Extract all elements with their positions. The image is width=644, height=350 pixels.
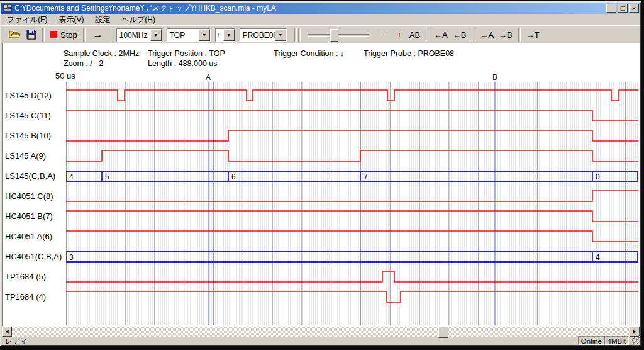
bus-value: 6 (231, 172, 236, 181)
sample-clock-label: Sample Clock : 2MHz (64, 49, 139, 58)
slider-thumb[interactable] (330, 29, 338, 42)
marker-label-A[interactable]: A (206, 73, 211, 82)
channel-trace (66, 291, 638, 302)
channel-trace (66, 110, 638, 121)
stop-icon (50, 31, 57, 38)
maximize-button[interactable]: □ (618, 4, 628, 13)
trigger-edge-value: ↑ (216, 29, 223, 41)
trigger-position-label: Trigger Position : TOP (148, 49, 225, 58)
trigger-position-combo[interactable]: TOP ▼ (167, 28, 211, 42)
toolbar-separator (472, 28, 474, 42)
channel-trace (66, 191, 638, 201)
chevron-down-icon[interactable]: ▼ (150, 29, 162, 41)
zoom-in-button[interactable]: + (392, 27, 407, 42)
bus-value: 3 (69, 253, 74, 262)
open-folder-icon (9, 30, 21, 40)
memory-status-badge: 4MBit (604, 336, 629, 345)
bus-value: 5 (105, 172, 109, 181)
save-button[interactable] (24, 27, 39, 42)
marker-label-B[interactable]: B (492, 73, 497, 82)
zoom-out-button[interactable]: − (377, 27, 392, 42)
sample-rate-value: 100MHz (117, 29, 150, 41)
sample-rate-combo[interactable]: 100MHz ▼ (116, 28, 162, 42)
toolbar-separator (426, 28, 428, 42)
minimize-button[interactable]: _ (606, 4, 616, 13)
bus-value: 4 (596, 253, 600, 262)
goto-marker-b-button[interactable]: ←B (450, 27, 469, 42)
channel-trace (66, 231, 638, 242)
run-button[interactable]: → (89, 27, 108, 42)
resize-grip[interactable] (632, 336, 640, 344)
zoom-slider[interactable] (308, 28, 369, 42)
bus-value: 0 (596, 172, 600, 181)
online-status-badge: Online (578, 336, 605, 345)
chevron-down-icon[interactable]: ▼ (199, 29, 210, 41)
channel-label: HC4051 A(6) (5, 232, 65, 242)
trigger-edge-combo[interactable]: ↑ ▼ (215, 28, 235, 42)
toolbar-separator (111, 28, 113, 42)
horizontal-scrollbar[interactable]: ◀ ▶ (2, 327, 640, 337)
window-title: C:¥Documents and Settings¥noname¥デスクトップ¥… (14, 3, 604, 14)
menu-settings[interactable]: 設定 (89, 13, 116, 26)
zoom-ab-button[interactable]: AB (407, 27, 423, 42)
app-icon (3, 4, 12, 13)
scroll-right-button[interactable]: ▶ (630, 327, 640, 337)
menu-view[interactable]: 表示(V) (53, 13, 89, 26)
bus-value: 7 (364, 172, 368, 181)
timebase-label: 50 us (55, 71, 75, 81)
floppy-icon (26, 30, 36, 40)
waveform-plot[interactable]: 4567034 (66, 82, 638, 325)
toolbar-separator (83, 28, 86, 42)
toolbar-separator (518, 28, 521, 42)
length-label: Length : 488.000 us (148, 59, 218, 68)
bus-value: 4 (69, 172, 74, 181)
toolbar-separator (298, 28, 301, 42)
channel-trace (66, 211, 638, 222)
channel-trace (66, 90, 638, 101)
stop-button[interactable]: Stop (48, 27, 80, 42)
channel-label: LS145 C(11) (5, 111, 65, 121)
status-message: レディ (5, 337, 27, 346)
channel-label: HC4051 C(8) (5, 191, 65, 201)
menu-file[interactable]: ファイル(F) (1, 13, 53, 26)
goto-marker-a-button[interactable]: ←A (431, 27, 450, 42)
open-button[interactable] (6, 27, 24, 42)
zoom-label: Zoom : / 2 (64, 59, 103, 68)
channel-trace (66, 130, 638, 141)
chevron-down-icon[interactable]: ▼ (275, 29, 286, 41)
app-window: C:¥Documents and Settings¥noname¥デスクトップ¥… (0, 1, 641, 346)
statusbar: レディ Online 4MBit (1, 337, 640, 345)
trigger-probe-combo[interactable]: PROBE00 ▼ (240, 28, 287, 42)
toolbar-separator (294, 28, 297, 42)
toolbar-separator (42, 28, 45, 42)
menubar: ファイル(F) 表示(V) 設定 ヘルプ(H) (1, 14, 640, 25)
close-button[interactable]: × (629, 4, 639, 13)
scroll-left-button[interactable]: ◀ (2, 327, 12, 337)
channel-trace (66, 271, 638, 282)
channel-label: HC4051 B(7) (5, 212, 65, 222)
channel-label: TP1684 (5) (5, 272, 65, 282)
channel-trace (66, 150, 638, 161)
slider-track (308, 34, 369, 37)
titlebar[interactable]: C:¥Documents and Settings¥noname¥デスクトップ¥… (1, 3, 640, 14)
channel-label: LS145 A(9) (5, 151, 65, 161)
channel-label: LS145 B(10) (5, 131, 65, 141)
chevron-down-icon[interactable]: ▼ (223, 29, 235, 41)
goto-trigger-button[interactable]: →T (524, 27, 542, 42)
channel-label: LS145(C,B,A) (5, 171, 65, 181)
trigger-probe-value: PROBE00 (240, 29, 275, 41)
set-marker-a-button[interactable]: →A (477, 27, 496, 42)
toolbar: Stop → 100MHz ▼ TOP ▼ ↑ ▼ PROBE00 ▼ − + … (1, 25, 640, 44)
set-marker-b-button[interactable]: →B (496, 27, 515, 42)
stop-label: Stop (60, 30, 77, 40)
waveform-panel: Sample Clock : 2MHz Trigger Position : T… (2, 43, 640, 327)
channel-label: LS145 D(12) (5, 91, 65, 101)
menu-help[interactable]: ヘルプ(H) (116, 13, 161, 26)
trigger-position-value: TOP (167, 29, 199, 41)
trigger-probe-label: Trigger Probe : PROBE08 (364, 49, 454, 58)
trigger-condition-label: Trigger Condition : ↓ (274, 49, 344, 58)
channel-label: HC4051(C,B,A) (5, 252, 65, 262)
channel-label: TP1684 (4) (5, 292, 65, 302)
